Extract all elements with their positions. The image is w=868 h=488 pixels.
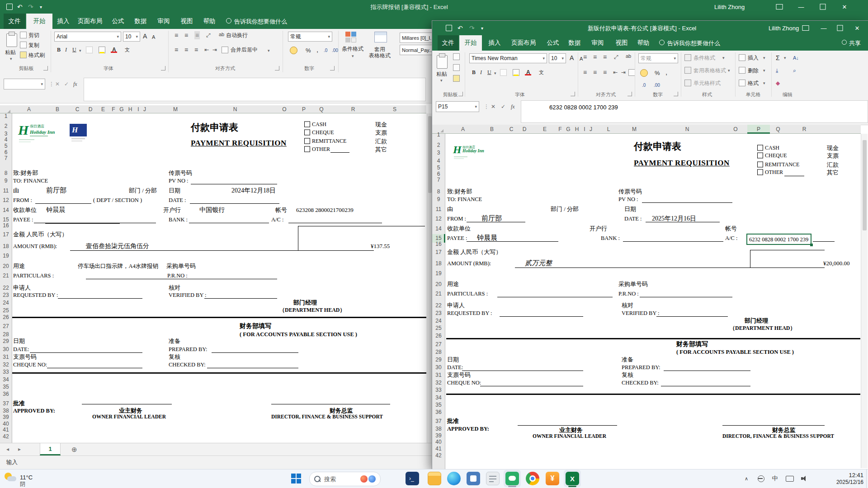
align-right-icon[interactable]: ≡ [194, 46, 198, 53]
tab-data[interactable]: 数据 [565, 35, 584, 51]
underline-dropdown-icon[interactable]: ▾ [79, 48, 81, 53]
redo-icon[interactable]: ↷ [28, 3, 33, 10]
font-name-dropdown-icon[interactable]: ▾ [117, 34, 119, 39]
date-line[interactable] [190, 203, 279, 204]
requested-line[interactable] [500, 316, 583, 317]
search-box[interactable]: 搜索 [309, 472, 381, 486]
clock-widget[interactable]: 12:41 2025/12/16 [818, 469, 865, 488]
paste-button[interactable]: 粘贴 [5, 49, 16, 56]
cancel-formula-icon[interactable]: ✕ [491, 103, 495, 110]
excel-icon[interactable]: X [566, 472, 579, 485]
prepared-line[interactable] [664, 371, 750, 371]
align-bottom-icon[interactable]: ≡ [194, 31, 200, 39]
find-select-icon[interactable]: ⌕ [793, 67, 796, 74]
close-button[interactable]: ✕ [855, 25, 860, 32]
percent-style-button[interactable]: % [655, 70, 660, 76]
cancel-formula-icon[interactable]: ✕ [55, 81, 60, 87]
autosum-dropdown-icon[interactable]: ▾ [784, 56, 786, 60]
phonetic-guide-icon[interactable]: 文 [539, 69, 544, 76]
save-icon[interactable] [446, 25, 452, 31]
tab-file[interactable]: 文件 [438, 35, 458, 51]
ap-date-line[interactable] [462, 371, 583, 371]
merge-dropdown-icon[interactable]: ▾ [268, 48, 270, 53]
other-checkbox[interactable] [304, 146, 310, 152]
weather-widget[interactable]: 11°C 阴 [0, 469, 68, 488]
tab-review[interactable]: 审阅 [154, 14, 174, 29]
delete-cells-dropdown-icon[interactable]: ▾ [763, 68, 765, 73]
cheque-checkbox[interactable] [757, 153, 763, 159]
align-top-icon[interactable]: ≡ [583, 53, 587, 61]
sort-filter-icon[interactable]: A↓ [793, 55, 799, 61]
alignment-dialog-launcher[interactable] [627, 92, 632, 96]
keyboard-icon[interactable] [786, 476, 794, 482]
underline-button[interactable]: U [72, 47, 76, 53]
align-right-icon[interactable]: ≡ [603, 69, 607, 76]
format-cells-button[interactable]: 格式 [748, 80, 759, 87]
copy-button[interactable]: 复制 [28, 42, 39, 49]
format-painter-icon[interactable] [453, 75, 460, 82]
left-vertical-scrollbar[interactable] [427, 113, 432, 443]
copy-icon[interactable] [20, 42, 27, 48]
number-format-box[interactable]: 常规▾ [638, 53, 678, 63]
insert-function-icon[interactable]: fx [73, 81, 77, 88]
fill-handle[interactable] [810, 244, 813, 246]
decrease-decimal-button[interactable]: .00 [332, 48, 338, 53]
font-name-box[interactable]: Times New Roman▾ [469, 53, 547, 63]
tab-file[interactable]: 文件 [4, 14, 25, 29]
copy-icon[interactable] [453, 64, 460, 71]
insert-cells-button[interactable]: 插入 [748, 54, 759, 62]
cut-icon[interactable] [453, 53, 460, 60]
new-sheet-icon[interactable]: ⊕ [71, 446, 77, 453]
format-as-table-button[interactable]: 套用 表格格式 [369, 46, 391, 59]
tab-help[interactable]: 帮助 [634, 35, 653, 51]
tab-review[interactable]: 审阅 [588, 35, 608, 51]
accounting-format-icon[interactable] [290, 47, 297, 54]
right-row-headers[interactable] [432, 134, 445, 469]
underline-button[interactable]: U [487, 69, 491, 76]
borders-icon[interactable] [500, 69, 507, 76]
account-value[interactable]: 623208 2800021700239 [296, 207, 354, 214]
minimize-button[interactable]: — [798, 4, 804, 10]
increase-font-icon[interactable]: A [570, 54, 574, 61]
paste-dropdown-icon[interactable]: ▾ [10, 56, 12, 61]
maximize-button[interactable] [837, 25, 843, 31]
conditional-formatting-dropdown-icon[interactable]: ▾ [352, 54, 354, 58]
number-format-dropdown-icon[interactable]: ▾ [674, 56, 676, 61]
bold-button[interactable]: B [472, 69, 476, 76]
left-name-box-dropdown-icon[interactable]: ▾ [41, 82, 43, 86]
increase-indent-icon[interactable]: ⇥ [621, 69, 626, 75]
ap-date-line[interactable] [30, 352, 142, 353]
show-desktop-button[interactable] [866, 469, 868, 488]
blue-app-icon[interactable] [467, 472, 480, 485]
font-size-box[interactable]: 10▾ [549, 53, 566, 63]
tab-page-layout[interactable]: 页面布局 [74, 14, 106, 29]
bold-button[interactable]: B [57, 47, 61, 53]
increase-decimal-button[interactable]: .0 [324, 48, 327, 53]
bank-line[interactable] [623, 241, 723, 242]
green-app-icon[interactable] [505, 472, 519, 485]
redo-icon[interactable]: ↷ [469, 24, 475, 32]
cheque-no-line[interactable] [480, 386, 583, 386]
format-as-table-button[interactable]: 套用表格格式 [693, 67, 726, 75]
italic-button[interactable]: I [480, 69, 482, 76]
undo-icon[interactable]: ↶ [458, 24, 463, 32]
minimize-button[interactable]: — [821, 25, 827, 32]
name-box-splitter-icon[interactable]: ⋮ [49, 81, 54, 87]
align-middle-icon[interactable]: ≡ [593, 53, 597, 61]
date-line[interactable] [646, 222, 720, 222]
bank-line[interactable] [189, 223, 269, 223]
selected-cell-p15[interactable]: 6232 0828 0002 1700 239 [746, 234, 811, 245]
tab-insert[interactable]: 插入 [54, 14, 72, 29]
verified-line[interactable] [204, 298, 277, 299]
cell-style-millares[interactable]: Millares [0]_I... [400, 33, 437, 43]
wrap-text-button[interactable]: 自动换行 [226, 32, 248, 39]
tab-help[interactable]: 帮助 [200, 14, 219, 29]
particulars-line[interactable] [497, 297, 613, 297]
percent-style-button[interactable]: % [306, 47, 311, 54]
cheque-checkbox[interactable] [304, 130, 310, 136]
maximize-button[interactable] [820, 4, 826, 10]
font-dialog-launcher[interactable] [161, 66, 165, 70]
tab-insert[interactable]: 插入 [486, 35, 504, 51]
tell-me-box[interactable]: 告诉我你想要做什么 [667, 40, 720, 46]
right-column-headers[interactable] [432, 125, 861, 134]
